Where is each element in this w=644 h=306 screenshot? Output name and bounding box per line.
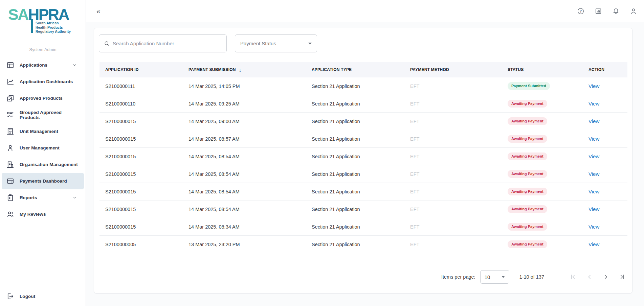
table-row: S2100000015 14 Mar 2025, 08:54 AM Sectio… [99, 183, 627, 201]
topbar: « ? [86, 0, 644, 22]
cell-application-id: S2100000015 [105, 119, 188, 124]
table-row: S2100000110 14 Mar 2025, 09:25 AM Sectio… [99, 95, 627, 113]
pagination-bar: Items per page: 10 1-10 of 137 [99, 269, 625, 285]
profile-icon[interactable] [630, 7, 637, 15]
view-link[interactable]: View [589, 118, 599, 124]
cell-application-type: Section 21 Application [312, 207, 410, 212]
table-row: S2100000015 14 Mar 2025, 08:54 AM Sectio… [99, 165, 627, 183]
cell-application-type: Section 21 Application [312, 136, 410, 142]
sidebar-item-label: Reports [20, 195, 37, 200]
chevron-down-icon [502, 276, 505, 278]
first-page-button[interactable] [570, 274, 577, 280]
status-badge: Awaiting Payment [508, 170, 547, 178]
collapse-sidebar-button[interactable]: « [96, 7, 101, 15]
view-link[interactable]: View [589, 136, 599, 142]
last-page-button[interactable] [619, 274, 625, 280]
view-link[interactable]: View [589, 83, 599, 89]
column-header-payment-method[interactable]: PAYMENT METHOD [410, 67, 508, 72]
sidebar-item-payments-dashboard[interactable]: Payments Dashboard [2, 173, 84, 189]
cell-application-type: Section 21 Application [312, 101, 410, 107]
column-header-application-id[interactable]: APPLICATION ID [105, 67, 188, 72]
sidebar-item-unit-management[interactable]: Unit Management [0, 123, 86, 140]
table-row: S2100000015 14 Mar 2025, 08:54 AM Sectio… [99, 148, 627, 165]
cell-payment-method: EFT [410, 242, 508, 247]
applications-icon [6, 61, 14, 69]
sidebar-item-label: User Management [20, 145, 60, 150]
sidebar-item-applications[interactable]: Applications [0, 57, 86, 73]
cell-application-id: S2100000111 [105, 84, 188, 89]
table-row: S2100000111 14 Mar 2025, 14:05 PM Sectio… [99, 77, 627, 95]
grouped-approved-products-icon [6, 111, 14, 119]
view-link[interactable]: View [589, 101, 599, 107]
cell-payment-method: EFT [410, 171, 508, 177]
items-per-page-select[interactable]: 10 [480, 270, 509, 284]
sidebar-item-approved-products[interactable]: Approved Products [0, 90, 86, 107]
sidebar-nav: Applications Application Dashboards Appr… [0, 57, 86, 222]
next-page-button[interactable] [602, 274, 609, 280]
sidebar-item-label: Grouped Approved Products [20, 110, 80, 120]
items-per-page-label: Items per page: [441, 274, 475, 280]
view-link[interactable]: View [589, 154, 599, 159]
svg-text:?: ? [580, 9, 582, 13]
notifications-icon[interactable] [612, 7, 620, 15]
cell-application-type: Section 21 Application [312, 84, 410, 89]
cell-application-id: S2100000015 [105, 224, 188, 230]
column-header-application-type[interactable]: APPLICATION TYPE [312, 67, 410, 72]
sidebar-item-application-dashboards[interactable]: Application Dashboards [0, 73, 86, 90]
sidebar-item-reports[interactable]: Reports [0, 189, 86, 206]
sidebar-item-user-management[interactable]: User Management [0, 140, 86, 156]
view-link[interactable]: View [589, 189, 599, 194]
payment-status-select[interactable]: Payment Status [235, 34, 317, 52]
cell-application-id: S2100000005 [105, 242, 188, 247]
table-row: S2100000015 14 Mar 2025, 09:00 AM Sectio… [99, 113, 627, 130]
status-badge: Awaiting Payment [508, 205, 547, 213]
logout-icon [6, 292, 14, 301]
cell-payment-method: EFT [410, 101, 508, 107]
cell-payment-method: EFT [410, 224, 508, 230]
reports-icon [6, 194, 14, 202]
column-header-action[interactable]: ACTION [589, 67, 627, 72]
status-badge: Awaiting Payment [508, 152, 547, 160]
analytics-icon[interactable] [595, 7, 602, 15]
cell-application-id: S2100000015 [105, 154, 188, 159]
sidebar-item-grouped-approved-products[interactable]: Grouped Approved Products [0, 107, 86, 123]
filters-bar: Payment Status [99, 34, 317, 52]
unit-management-icon [6, 127, 14, 136]
view-link[interactable]: View [589, 206, 599, 212]
cell-payment-method: EFT [410, 207, 508, 212]
cell-application-id: S2100000015 [105, 136, 188, 142]
chevron-down-icon[interactable] [72, 63, 77, 67]
sidebar-item-label: Organisation Management [20, 162, 78, 167]
cell-payment-submission: 14 Mar 2025, 09:00 AM [188, 119, 312, 124]
search-input[interactable] [113, 41, 222, 46]
sidebar-item-label: My Reviews [20, 212, 46, 217]
cell-payment-submission: 14 Mar 2025, 09:25 AM [188, 101, 312, 107]
view-link[interactable]: View [589, 224, 599, 230]
chevron-down-icon[interactable] [72, 195, 77, 200]
column-header-status[interactable]: STATUS [508, 67, 589, 72]
search-box[interactable] [99, 34, 227, 52]
sidebar-item-organisation-management[interactable]: Organisation Management [0, 156, 86, 173]
cell-payment-method: EFT [410, 154, 508, 159]
sort-desc-icon[interactable]: ↓ [239, 67, 242, 73]
table-row: S2100000015 14 Mar 2025, 08:34 AM Sectio… [99, 218, 627, 236]
logo-descender-bar [31, 19, 33, 33]
logout-label: Logout [20, 294, 35, 299]
view-link[interactable]: View [589, 241, 599, 247]
cell-payment-method: EFT [410, 136, 508, 142]
table-header-row: APPLICATION ID PAYMENT SUBMISSION↓ APPLI… [99, 62, 627, 77]
status-badge: Awaiting Payment [508, 188, 547, 195]
help-icon[interactable]: ? [577, 7, 584, 15]
previous-page-button[interactable] [586, 274, 593, 280]
my-reviews-icon [6, 210, 14, 218]
column-header-payment-submission[interactable]: PAYMENT SUBMISSION↓ [188, 67, 312, 73]
logo-wordmark: SAHPRA [8, 7, 71, 22]
status-badge: Awaiting Payment [508, 117, 547, 125]
logo-tagline: South African Health Products Regulatory… [36, 21, 71, 34]
view-link[interactable]: View [589, 171, 599, 177]
sidebar-item-my-reviews[interactable]: My Reviews [0, 206, 86, 222]
payment-status-label: Payment Status [240, 41, 276, 46]
main-content: Payment Status APPLICATION ID PAYMENT SU… [86, 23, 644, 306]
sidebar-item-label: Payments Dashboard [20, 179, 67, 184]
logout-button[interactable]: Logout [0, 288, 86, 305]
